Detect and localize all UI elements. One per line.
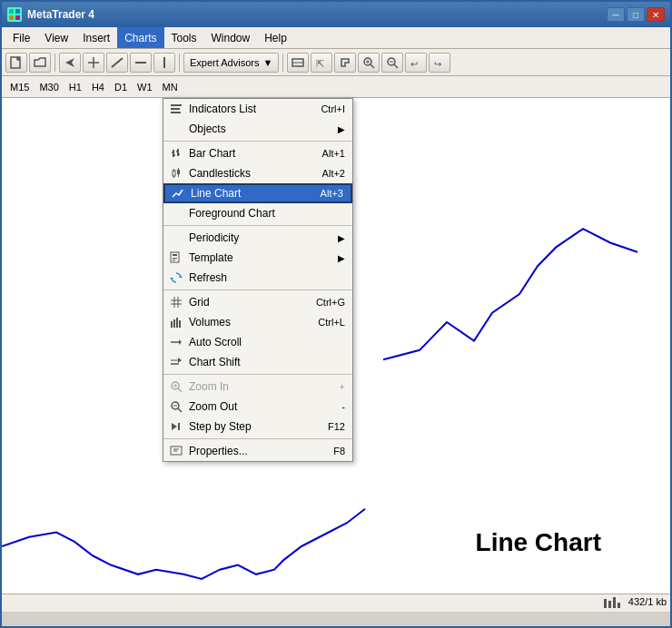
grid-icon xyxy=(169,295,183,309)
template-label: Template xyxy=(189,251,233,264)
menu-item-objects[interactable]: Objects ▶ xyxy=(163,119,352,139)
menu-item-template[interactable]: Template ▶ xyxy=(163,248,352,268)
bar-chart-label: Bar Chart xyxy=(189,147,235,160)
menu-view[interactable]: View xyxy=(37,27,75,48)
svg-rect-47 xyxy=(173,260,175,260)
chart-shift-icon xyxy=(169,355,183,369)
toolbar-open-btn[interactable] xyxy=(29,53,51,73)
step-by-step-label: Step by Step xyxy=(189,420,252,433)
menu-item-step-by-step[interactable]: Step by Step F12 xyxy=(163,417,352,437)
menu-item-foreground-chart[interactable]: Foreground Chart xyxy=(163,203,352,223)
toolbar-period-btn1[interactable]: ↩ xyxy=(405,53,427,73)
tf-mn[interactable]: MN xyxy=(158,81,183,93)
svg-line-10 xyxy=(112,58,123,67)
toolbar-ea-btn1[interactable] xyxy=(287,53,309,73)
bar-chart-icon xyxy=(169,146,183,161)
zoom-out-shortcut: - xyxy=(341,401,345,412)
minimize-button[interactable]: ─ xyxy=(607,7,625,22)
step-by-step-icon xyxy=(169,419,183,434)
close-button[interactable]: ✕ xyxy=(647,7,665,22)
toolbar-sep-2 xyxy=(179,54,180,72)
toolbar-line-btn[interactable] xyxy=(106,53,128,73)
toolbar-crosshair-btn[interactable] xyxy=(83,53,104,73)
toolbar-arrow-btn[interactable] xyxy=(59,53,81,73)
toolbar-ea-btn2[interactable]: ⇱ xyxy=(311,53,332,73)
menu-item-indicators-list[interactable]: Indicators List Ctrl+I xyxy=(163,99,352,119)
auto-scroll-label: Auto Scroll xyxy=(189,336,242,348)
tf-h4[interactable]: H4 xyxy=(87,81,109,93)
svg-rect-54 xyxy=(171,321,173,328)
charts-dropdown-menu: Indicators List Ctrl+I Objects ▶ Bar Cha… xyxy=(163,98,353,462)
svg-rect-56 xyxy=(176,318,178,328)
svg-line-17 xyxy=(371,64,374,68)
status-bar: 432/1 kb xyxy=(2,594,672,612)
expert-advisors-dropdown[interactable]: Expert Advisors ▼ xyxy=(183,53,279,73)
menu-help[interactable]: Help xyxy=(257,27,294,48)
menu-file[interactable]: File xyxy=(5,27,37,48)
svg-text:⇱: ⇱ xyxy=(316,58,324,69)
toolbar-new-btn[interactable] xyxy=(5,53,27,73)
svg-rect-29 xyxy=(171,104,182,106)
svg-rect-57 xyxy=(179,320,181,328)
svg-rect-55 xyxy=(173,319,175,328)
menu-item-grid[interactable]: Grid Ctrl+G xyxy=(163,292,352,312)
template-arrow-icon: ▶ xyxy=(338,253,345,263)
toolbar-zoom-in-btn[interactable] xyxy=(358,53,380,73)
toolbar-sep-1 xyxy=(54,54,55,72)
svg-line-64 xyxy=(178,388,182,392)
menu-item-volumes[interactable]: Volumes Ctrl+L xyxy=(163,312,352,332)
menu-bar: File View Insert Charts Tools Window Hel… xyxy=(2,27,670,49)
title-bar-controls: ─ □ ✕ xyxy=(607,7,665,22)
template-icon xyxy=(169,250,183,265)
sep-5 xyxy=(163,438,352,439)
candlesticks-icon xyxy=(169,166,183,181)
svg-line-68 xyxy=(178,408,182,412)
tf-m15[interactable]: M15 xyxy=(5,81,34,93)
grid-shortcut: Ctrl+G xyxy=(316,297,345,308)
toolbar-period-btn2[interactable]: ↪ xyxy=(429,53,450,73)
menu-item-candlesticks[interactable]: Candlesticks Alt+2 xyxy=(163,163,352,183)
zoom-out-icon xyxy=(169,399,183,414)
menu-insert[interactable]: Insert xyxy=(75,27,117,48)
tf-w1[interactable]: W1 xyxy=(133,81,157,93)
volumes-shortcut: Ctrl+L xyxy=(318,317,345,328)
periodicity-label: Periodicity xyxy=(189,231,239,244)
menu-item-bar-chart[interactable]: Bar Chart Alt+1 xyxy=(163,143,352,163)
tf-h1[interactable]: H1 xyxy=(64,81,86,93)
sep-1 xyxy=(163,141,352,142)
app-icon xyxy=(7,7,22,22)
indicators-list-shortcut: Ctrl+I xyxy=(321,103,345,114)
svg-line-21 xyxy=(394,64,398,68)
menu-item-properties[interactable]: Properties... F8 xyxy=(163,441,352,461)
svg-marker-62 xyxy=(178,358,182,363)
sep-3 xyxy=(163,289,352,290)
menu-item-auto-scroll[interactable]: Auto Scroll xyxy=(163,332,352,352)
maximize-button[interactable]: □ xyxy=(627,7,645,22)
toolbar-hline-btn[interactable] xyxy=(130,53,152,73)
volumes-icon xyxy=(169,315,183,329)
svg-marker-49 xyxy=(170,278,173,280)
toolbar-zoom-out-btn[interactable] xyxy=(381,53,403,73)
svg-rect-2 xyxy=(9,15,14,20)
tf-d1[interactable]: D1 xyxy=(110,81,132,93)
menu-item-chart-shift[interactable]: Chart Shift xyxy=(163,352,352,372)
toolbar-ea-btn3[interactable] xyxy=(334,53,356,73)
menu-item-periodicity[interactable]: Periodicity ▶ xyxy=(163,228,352,248)
svg-marker-70 xyxy=(172,423,177,430)
menu-item-zoom-out[interactable]: Zoom Out - xyxy=(163,397,352,417)
content-wrapper: Line Chart 432/1 kb Indicators List Ctrl… xyxy=(2,98,672,628)
toolbar-vline-btn[interactable] xyxy=(153,53,175,73)
svg-rect-0 xyxy=(9,9,14,14)
properties-label: Properties... xyxy=(189,445,248,457)
periodicity-arrow-icon: ▶ xyxy=(338,233,345,243)
menu-tools[interactable]: Tools xyxy=(164,27,204,48)
step-by-step-shortcut: F12 xyxy=(328,421,345,432)
tf-m30[interactable]: M30 xyxy=(35,81,63,93)
volumes-label: Volumes xyxy=(189,316,231,329)
title-bar: MetaTrader 4 ─ □ ✕ xyxy=(2,2,670,27)
menu-window[interactable]: Window xyxy=(204,27,258,48)
title-bar-title: MetaTrader 4 xyxy=(27,8,94,21)
menu-item-line-chart[interactable]: Line Chart Alt+3 xyxy=(163,183,352,203)
menu-charts[interactable]: Charts xyxy=(117,27,163,48)
menu-item-refresh[interactable]: Refresh xyxy=(163,268,352,288)
